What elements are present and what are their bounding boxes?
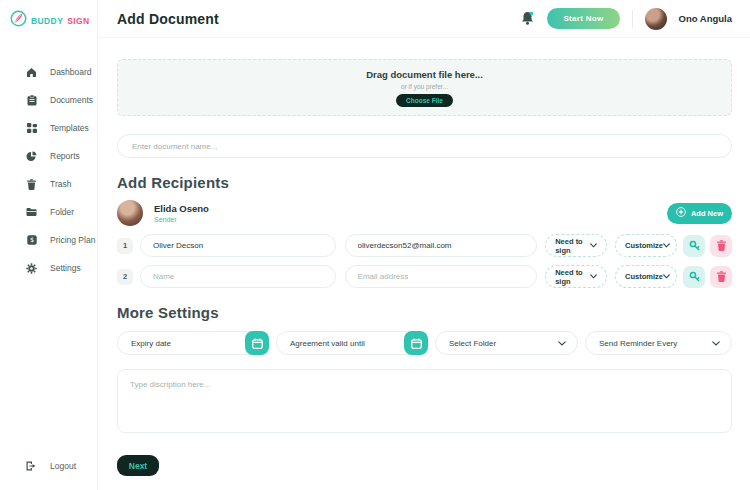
sender-name: Elida Oseno [154, 203, 209, 214]
sidebar-item-label: Folder [50, 207, 74, 217]
sidebar-item-settings[interactable]: Settings [0, 254, 97, 282]
dropzone-subtitle: or if you prefer... [401, 83, 448, 90]
templates-icon [26, 123, 37, 134]
sidebar-item-logout[interactable]: Logout [0, 452, 97, 480]
recipient-row: 1 Need to sign Customize [117, 234, 732, 257]
key-icon [689, 240, 700, 251]
recipient-index: 2 [117, 269, 133, 285]
sidebar-nav: Dashboard Documents Templates Reports Tr… [0, 58, 97, 282]
calendar-icon [252, 338, 263, 349]
sidebar-item-documents[interactable]: Documents [0, 86, 97, 114]
sidebar-item-label: Pricing Plan [50, 235, 95, 245]
chevron-down-icon [590, 243, 597, 248]
choose-file-button[interactable]: Choose File [396, 94, 453, 107]
sidebar-item-label: Logout [50, 461, 76, 471]
top-bar: Add Document Start Now Ono Angula [98, 0, 750, 38]
add-new-label: Add New [691, 209, 723, 218]
recipient-row: 2 Need to sign Customize [117, 265, 732, 288]
folder-icon [26, 207, 37, 218]
sidebar-item-pricing-plan[interactable]: $ Pricing Plan [0, 226, 97, 254]
recipient-name-input[interactable] [140, 234, 336, 257]
recipient-key-button[interactable] [683, 235, 705, 257]
customize-select[interactable]: Customize [615, 265, 677, 288]
select-folder-label: Select Folder [449, 339, 496, 348]
svg-text:$: $ [29, 236, 33, 244]
dropzone-title: Drag document file here... [366, 69, 483, 80]
sidebar-item-trash[interactable]: Trash [0, 170, 97, 198]
expiry-date-field [117, 331, 269, 355]
next-button[interactable]: Next [117, 455, 159, 476]
calendar-icon [411, 338, 422, 349]
brand-word-1: BUDDY [31, 16, 63, 26]
send-reminder-label: Send Reminder Every [599, 339, 677, 348]
recipient-email-input[interactable] [345, 265, 538, 288]
main-area: Add Document Start Now Ono Angula Drag d… [98, 0, 750, 490]
chevron-down-icon [663, 274, 670, 279]
plus-icon [676, 207, 686, 219]
recipient-name-input[interactable] [140, 265, 336, 288]
need-to-sign-label: Need to sign [555, 268, 590, 286]
chevron-down-icon [663, 243, 670, 248]
sidebar-item-label: Documents [50, 95, 93, 105]
home-icon [26, 67, 37, 78]
need-to-sign-select[interactable]: Need to sign [545, 234, 607, 257]
feather-logo-icon [10, 10, 27, 31]
user-avatar[interactable] [645, 8, 667, 30]
recipient-index: 1 [117, 238, 133, 254]
logout-icon [26, 461, 37, 472]
recipient-delete-button[interactable] [710, 266, 732, 288]
trash-icon [717, 271, 726, 282]
chevron-down-icon [558, 341, 566, 346]
select-folder-dropdown[interactable]: Select Folder [435, 331, 578, 355]
brand-word-2: SIGN [67, 16, 89, 26]
description-textarea[interactable] [117, 369, 732, 433]
expiry-calendar-button[interactable] [245, 331, 269, 355]
document-name-input[interactable] [117, 134, 732, 158]
sender-role-badge: Sender [154, 216, 209, 223]
key-icon [689, 271, 700, 282]
customize-label: Customize [625, 272, 663, 281]
customize-label: Customize [625, 241, 663, 250]
document-dropzone[interactable]: Drag document file here... or if you pre… [117, 59, 732, 116]
sidebar-item-reports[interactable]: Reports [0, 142, 97, 170]
sidebar-item-label: Dashboard [50, 67, 92, 77]
chevron-down-icon [590, 274, 597, 279]
sidebar-item-label: Trash [50, 179, 71, 189]
add-recipients-title: Add Recipients [117, 174, 732, 191]
sender-row: Elida Oseno Sender Add New [117, 200, 732, 226]
recipient-delete-button[interactable] [710, 235, 732, 257]
trash-icon [717, 240, 726, 251]
sidebar-item-label: Settings [50, 263, 81, 273]
page-title: Add Document [117, 11, 219, 27]
settings-gear-icon [26, 263, 37, 274]
need-to-sign-label: Need to sign [555, 237, 590, 255]
need-to-sign-select[interactable]: Need to sign [545, 265, 607, 288]
sidebar-item-dashboard[interactable]: Dashboard [0, 58, 97, 86]
chevron-down-icon [712, 341, 720, 346]
sidebar-item-label: Templates [50, 123, 89, 133]
sender-avatar [117, 200, 143, 226]
sidebar-item-folder[interactable]: Folder [0, 198, 97, 226]
pricing-plan-icon: $ [26, 235, 37, 246]
send-reminder-dropdown[interactable]: Send Reminder Every [585, 331, 732, 355]
customize-select[interactable]: Customize [615, 234, 677, 257]
trash-icon [26, 179, 37, 190]
more-settings-title: More Settings [117, 304, 732, 321]
start-now-button[interactable]: Start Now [547, 8, 619, 29]
sidebar: BUDDY SIGN Dashboard Documents Templates [0, 0, 98, 490]
notifications-bell-icon[interactable] [521, 11, 535, 27]
user-name: Ono Angula [679, 13, 732, 24]
add-new-recipient-button[interactable]: Add New [667, 203, 732, 224]
brand-logo: BUDDY SIGN [0, 0, 97, 31]
header-divider [632, 10, 633, 28]
valid-until-calendar-button[interactable] [404, 331, 428, 355]
valid-until-field [276, 331, 428, 355]
recipient-key-button[interactable] [683, 266, 705, 288]
recipient-email-input[interactable] [345, 234, 538, 257]
settings-row: Select Folder Send Reminder Every [117, 331, 732, 355]
documents-icon [26, 95, 37, 106]
sidebar-item-templates[interactable]: Templates [0, 114, 97, 142]
reports-pie-icon [26, 151, 37, 162]
sidebar-item-label: Reports [50, 151, 80, 161]
